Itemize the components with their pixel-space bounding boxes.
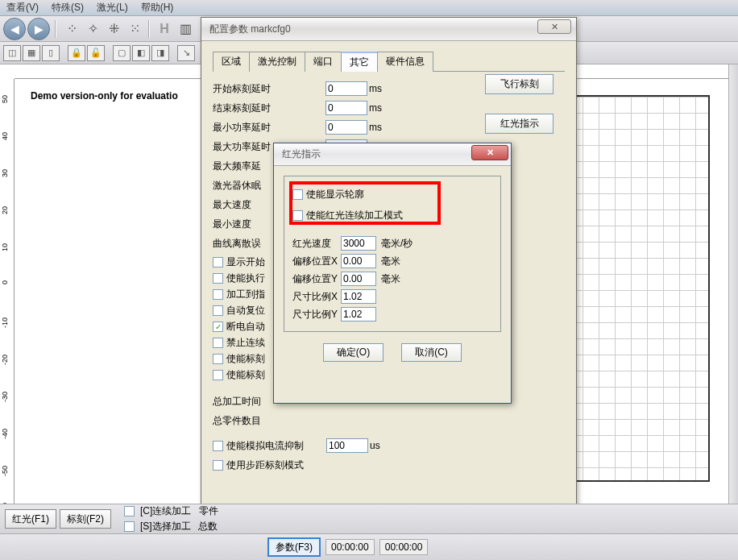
lock-2-icon[interactable]: 🔓 [87, 45, 105, 61]
redlight-button[interactable]: 红光指示 [485, 114, 554, 134]
redlight-close-button[interactable]: ✕ [471, 145, 508, 160]
input-red-speed[interactable] [341, 236, 376, 251]
config-dialog-titlebar[interactable]: 配置参数 markcfg0 ✕ [201, 18, 576, 41]
tool-dots-4-icon[interactable]: ⁙ [124, 19, 143, 39]
label-min-power-delay: 最小功率延时 [213, 121, 325, 135]
input-end-mark-delay[interactable] [325, 101, 367, 115]
shape-1-icon[interactable]: ▢ [113, 45, 131, 61]
ruler-vertical: 50 40 30 20 10 0 -10 -20 -30 -40 -50 -60 [0, 79, 15, 504]
check-continuous-process[interactable] [124, 506, 135, 516]
check-process-to[interactable] [213, 289, 223, 300]
arrow-icon[interactable]: ↘ [177, 45, 195, 61]
bottom-toolbar: 红光(F1) 标刻(F2) [C]连续加工 零件 [S]选择加工 总数 [0, 504, 738, 533]
back-button[interactable]: ◀ [3, 18, 26, 40]
right-gutter [728, 64, 738, 504]
tool-column-icon[interactable]: ▥ [176, 19, 195, 39]
status-time-1: 00:00:00 [325, 539, 375, 555]
redlight-f1-button[interactable]: 红光(F1) [5, 509, 56, 529]
label-end-mark-delay: 结束标刻延时 [213, 102, 325, 115]
input-suppress-val[interactable] [326, 438, 368, 453]
label-offset-y: 偏移位置Y [292, 272, 341, 286]
check-show-contour[interactable] [292, 189, 303, 200]
input-offset-y[interactable] [341, 272, 376, 286]
input-offset-x[interactable] [341, 254, 376, 268]
menu-view[interactable]: 查看(V) [6, 1, 39, 15]
label-scale-y: 尺寸比例Y [292, 308, 341, 321]
unit-ms: ms [369, 83, 393, 94]
status-bar: 参数(F3) 00:00:00 00:00:00 [0, 533, 738, 560]
tab-hardware-info[interactable]: 硬件信息 [377, 52, 433, 72]
sel-tool-3-icon[interactable]: ▯ [42, 45, 60, 61]
label-scale-x: 尺寸比例X [292, 290, 341, 304]
config-dialog-title: 配置参数 markcfg0 [209, 23, 291, 36]
redlight-ok-button[interactable]: 确定(O) [323, 343, 384, 362]
input-scale-x[interactable] [341, 289, 376, 304]
sel-tool-1-icon[interactable]: ◫ [3, 45, 21, 61]
tool-dots-3-icon[interactable]: ⁜ [103, 19, 122, 39]
sel-tool-2-icon[interactable]: ▦ [23, 45, 40, 61]
check-enable-exec[interactable] [213, 273, 223, 284]
lock-1-icon[interactable]: 🔒 [68, 45, 85, 61]
check-suppress-current[interactable] [213, 441, 223, 451]
tool-dots-1-icon[interactable]: ⁘ [61, 19, 81, 39]
config-tabs: 区域 激光控制 端口 其它 硬件信息 [213, 51, 565, 72]
tab-area[interactable]: 区域 [213, 52, 250, 72]
check-redlight-continuous[interactable] [292, 210, 303, 221]
config-close-button[interactable]: ✕ [537, 19, 571, 34]
check-enable-mark1[interactable] [213, 354, 223, 364]
tab-laser-control[interactable]: 激光控制 [249, 52, 305, 72]
demo-watermark: Demo version-only for evaluatio [31, 90, 178, 102]
tool-h-icon[interactable]: H [155, 19, 174, 39]
tool-dots-2-icon[interactable]: ✧ [82, 19, 102, 39]
label-red-speed: 红光速度 [292, 237, 341, 251]
shape-2-icon[interactable]: ◧ [132, 45, 150, 61]
shape-3-icon[interactable]: ◨ [151, 45, 169, 61]
menu-laser[interactable]: 激光(L) [97, 1, 128, 15]
menu-special[interactable]: 特殊(S) [52, 1, 84, 15]
check-auto-reset[interactable] [213, 305, 223, 316]
label-offset-x: 偏移位置X [292, 255, 341, 268]
input-min-power-delay[interactable] [325, 120, 367, 135]
check-step-mode[interactable] [213, 460, 223, 471]
label-start-mark-delay: 开始标刻延时 [213, 82, 325, 96]
fly-mark-button[interactable]: 飞行标刻 [485, 74, 554, 94]
redlight-group: 使能显示轮廓 使能红光连续加工模式 红光速度毫米/秒 偏移位置X毫米 偏移位置Y… [284, 176, 501, 332]
menu-bar: 查看(V) 特殊(S) 激光(L) 帮助(H) [0, 0, 738, 16]
redlight-dialog: 红光指示 ✕ 使能显示轮廓 使能红光连续加工模式 红光速度毫米/秒 偏移位置X毫… [273, 143, 512, 404]
tab-port[interactable]: 端口 [305, 52, 342, 72]
mark-f2-button[interactable]: 标刻(F2) [60, 509, 111, 529]
redlight-dialog-title: 红光指示 [282, 147, 321, 161]
status-time-2: 00:00:00 [379, 539, 429, 555]
check-forbid-cont[interactable] [213, 338, 223, 348]
check-select-process[interactable] [124, 521, 135, 532]
check-enable-mark2[interactable] [213, 370, 223, 380]
check-show-start[interactable] [213, 257, 223, 268]
tab-other[interactable]: 其它 [341, 52, 378, 72]
redlight-cancel-button[interactable]: 取消(C) [401, 343, 462, 362]
check-power-auto[interactable] [213, 321, 223, 332]
param-f3-button[interactable]: 参数(F3) [267, 537, 321, 557]
redlight-dialog-titlebar[interactable]: 红光指示 ✕ [274, 143, 511, 166]
forward-button[interactable]: ▶ [27, 18, 50, 40]
input-scale-y[interactable] [341, 307, 376, 321]
input-start-mark-delay[interactable] [325, 81, 367, 96]
menu-help[interactable]: 帮助(H) [141, 1, 174, 15]
label-total-parts: 总零件数目 [213, 414, 325, 428]
